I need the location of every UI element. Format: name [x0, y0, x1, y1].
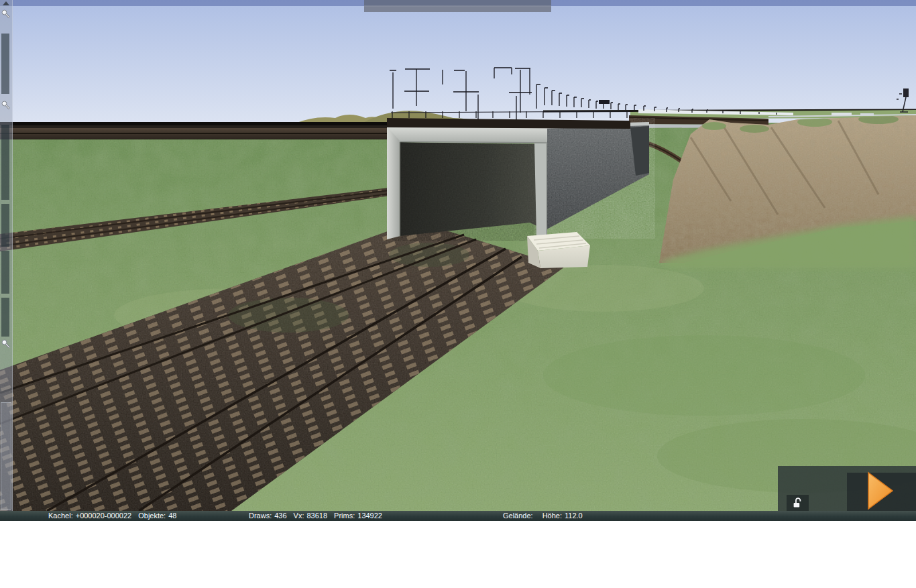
objekte-value: 48 — [168, 512, 176, 520]
railway-track-distant — [0, 122, 398, 139]
status-terrain: Gelände:Höhe:112.0 — [503, 511, 583, 521]
pushpin-icon[interactable] — [1, 9, 11, 21]
sidebar-collapsed-tab[interactable] — [1, 298, 9, 337]
hoehe-label: Höhe: — [542, 512, 562, 520]
status-render-stats: Draws:436Vx:83618Prims:134922 — [249, 511, 382, 521]
sidebar-collapsed-tab[interactable] — [1, 204, 9, 247]
sidebar-collapsed-tab[interactable] — [1, 34, 9, 94]
status-tile-objects: Kachel:+000020-000022Objekte:48 — [48, 511, 176, 521]
collapse-arrow-icon[interactable] — [3, 1, 9, 5]
lock-well — [787, 495, 809, 511]
draws-value: 436 — [274, 512, 286, 520]
kachel-value: +000020-000022 — [76, 512, 132, 520]
gelaende-label: Gelände: — [503, 512, 533, 520]
page-background — [0, 521, 916, 588]
left-sidebar — [0, 0, 13, 511]
kachel-label: Kachel: — [48, 512, 73, 520]
play-icon[interactable] — [867, 471, 895, 511]
status-bar: Kachel:+000020-000022Objekte:48 Draws:43… — [0, 511, 916, 521]
sky — [0, 0, 916, 129]
draws-label: Draws: — [249, 512, 272, 520]
pushpin-icon[interactable] — [1, 339, 11, 351]
hoehe-value: 112.0 — [565, 512, 583, 520]
app-window: Kachel:+000020-000022Objekte:48 Draws:43… — [0, 0, 916, 588]
sidebar-collapsed-tab[interactable] — [1, 125, 9, 200]
sidebar-collapsed-tab[interactable] — [1, 251, 9, 294]
top-toolbar-handle[interactable] — [364, 0, 551, 12]
pushpin-icon[interactable] — [1, 100, 11, 112]
viewport-3d[interactable] — [0, 0, 916, 511]
sidebar-lower-panel[interactable] — [1, 402, 11, 510]
concrete-block — [527, 232, 590, 268]
lock-open-icon[interactable] — [791, 496, 805, 510]
prims-value: 134922 — [357, 512, 382, 520]
prims-label: Prims: — [334, 512, 355, 520]
vx-value: 83618 — [307, 512, 328, 520]
objekte-label: Objekte: — [138, 512, 166, 520]
playback-panel — [778, 466, 916, 511]
rock-cutting — [657, 111, 916, 268]
vx-label: Vx: — [294, 512, 304, 520]
scene-3d-render — [0, 0, 916, 511]
play-button-area — [847, 473, 916, 511]
